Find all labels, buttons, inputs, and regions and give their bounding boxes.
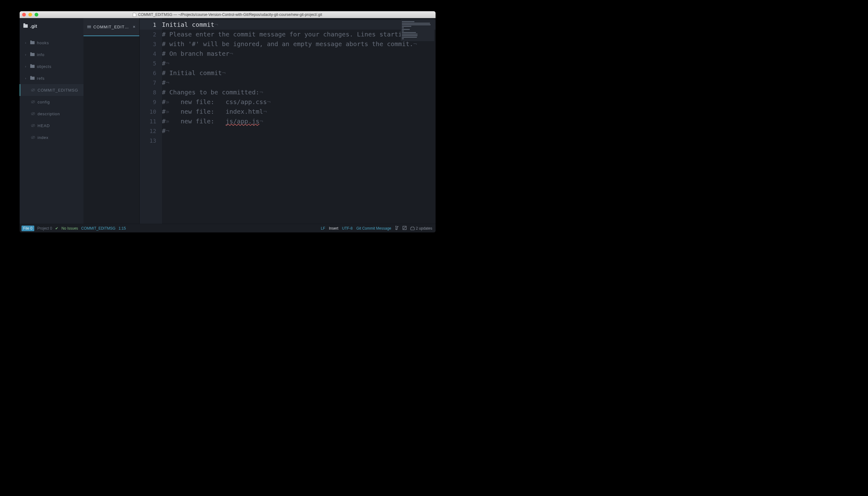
tree-file-config[interactable]: config <box>20 96 83 108</box>
line-number[interactable]: 12 <box>140 126 162 136</box>
code-line[interactable]: #» new file: js/app.js¬ <box>162 117 436 126</box>
line-ending-selector[interactable]: LF <box>321 226 325 231</box>
line-number[interactable]: 8 <box>140 88 162 97</box>
hidden-file-icon <box>31 135 35 140</box>
hidden-file-icon <box>31 123 35 128</box>
line-number[interactable]: 1 <box>140 20 162 30</box>
tree-label: objects <box>37 64 52 69</box>
code-line[interactable]: # Initial commit¬ <box>162 68 436 78</box>
code-editor[interactable]: Initial commit¬# Please enter the commit… <box>162 18 436 224</box>
text-file-icon <box>87 25 91 29</box>
check-icon: ✔ <box>55 226 58 231</box>
file-tree: ›hooks›info›objects›refsCOMMIT_EDITMSGco… <box>20 34 83 146</box>
diff-icon[interactable] <box>403 226 407 231</box>
no-issues-label[interactable]: No Issues <box>61 226 78 231</box>
chevron-right-icon: › <box>25 65 28 68</box>
editor-window: COMMIT_EDITMSG — ~/Projects/course-Versi… <box>20 11 436 232</box>
code-line[interactable]: Initial commit¬ <box>162 20 436 30</box>
line-number[interactable]: 10 <box>140 107 162 117</box>
tree-label: HEAD <box>38 123 50 128</box>
tree-label: config <box>38 100 50 104</box>
tab-close-button[interactable]: × <box>133 24 135 29</box>
code-line[interactable]: # On branch master¬ <box>162 49 436 59</box>
code-line[interactable]: #¬ <box>162 59 436 68</box>
chevron-right-icon: › <box>25 41 28 45</box>
close-window-button[interactable] <box>22 13 26 16</box>
window-title: COMMIT_EDITMSG — ~/Projects/course-Versi… <box>133 13 322 17</box>
folder-icon <box>24 24 28 28</box>
code-line[interactable]: #» new file: css/app.css¬ <box>162 97 436 107</box>
tab-label: COMMIT_EDITMS… <box>93 25 130 29</box>
language-selector[interactable]: Git Commit Message <box>356 226 391 231</box>
status-filename[interactable]: COMMIT_EDITMSG <box>81 226 115 231</box>
line-number[interactable]: 3 <box>140 39 162 49</box>
zoom-window-button[interactable] <box>35 13 38 16</box>
tree-file-head[interactable]: HEAD <box>20 120 83 131</box>
line-number[interactable]: 13 <box>140 136 162 145</box>
chevron-right-icon: › <box>25 77 28 80</box>
status-left: File 0 Project 0 ✔ No Issues COMMIT_EDIT… <box>20 226 126 231</box>
project-issues[interactable]: Project 0 <box>37 226 52 231</box>
window-body: .git ›hooks›info›objects›refsCOMMIT_EDIT… <box>20 18 436 224</box>
code-line[interactable]: # Please enter the commit message for yo… <box>162 30 436 39</box>
project-header[interactable]: .git <box>20 18 83 34</box>
folder-icon <box>30 53 35 56</box>
tree-file-description[interactable]: description <box>20 108 83 120</box>
line-number[interactable]: 5 <box>140 59 162 68</box>
folder-icon <box>30 65 35 68</box>
tree-label: refs <box>37 76 45 81</box>
line-number[interactable]: 11 <box>140 117 162 126</box>
code-line[interactable] <box>162 136 436 145</box>
hidden-file-icon <box>31 100 35 104</box>
svg-point-10 <box>396 226 396 227</box>
file-icon <box>133 13 136 17</box>
minimap[interactable] <box>401 19 434 41</box>
tree-label: index <box>38 135 49 140</box>
sidebar: .git ›hooks›info›objects›refsCOMMIT_EDIT… <box>20 18 83 224</box>
svg-rect-14 <box>410 228 414 230</box>
code-line[interactable]: # Changes to be committed:¬ <box>162 88 436 97</box>
svg-point-12 <box>396 229 396 230</box>
cursor-position[interactable]: 1:15 <box>119 226 126 231</box>
line-number[interactable]: 6 <box>140 68 162 78</box>
tree-label: hooks <box>37 41 49 45</box>
line-gutter[interactable]: 12345678910111213 <box>140 18 162 224</box>
code-line[interactable]: # with '#' will be ignored, and an empty… <box>162 39 436 49</box>
tab-bar: COMMIT_EDITMS… × <box>83 18 140 224</box>
titlebar[interactable]: COMMIT_EDITMSG — ~/Projects/course-Versi… <box>20 11 436 18</box>
updates-indicator[interactable]: 2 updates <box>410 226 432 231</box>
editor-area: 12345678910111213 Initial commit¬# Pleas… <box>140 18 436 224</box>
code-line[interactable]: #¬ <box>162 126 436 136</box>
hidden-file-icon <box>31 111 35 116</box>
svg-point-11 <box>397 226 398 227</box>
git-branch-icon[interactable] <box>395 226 399 231</box>
tree-file-index[interactable]: index <box>20 131 83 143</box>
tab-commit-editmsg[interactable]: COMMIT_EDITMS… × <box>83 18 139 36</box>
line-number[interactable]: 9 <box>140 97 162 107</box>
tree-folder-refs[interactable]: ›refs <box>20 72 83 84</box>
status-bar: File 0 Project 0 ✔ No Issues COMMIT_EDIT… <box>20 224 436 232</box>
line-number[interactable]: 4 <box>140 49 162 59</box>
status-right: LF Insert UTF-8 Git Commit Message 2 upd… <box>321 226 436 231</box>
tree-folder-hooks[interactable]: ›hooks <box>20 37 83 49</box>
tree-folder-objects[interactable]: ›objects <box>20 60 83 72</box>
folder-icon <box>30 41 35 44</box>
line-number[interactable]: 7 <box>140 78 162 88</box>
minimize-window-button[interactable] <box>28 13 32 16</box>
tree-folder-info[interactable]: ›info <box>20 49 83 60</box>
hidden-file-icon <box>31 88 35 93</box>
folder-icon <box>30 77 35 80</box>
tree-label: COMMIT_EDITMSG <box>38 88 78 93</box>
project-name: .git <box>30 24 37 29</box>
traffic-lights <box>22 13 38 16</box>
file-issues-pill[interactable]: File 0 <box>21 226 34 231</box>
tree-label: info <box>37 52 45 57</box>
code-line[interactable]: #» new file: index.html¬ <box>162 107 436 117</box>
updates-count: 2 updates <box>416 226 432 231</box>
line-number[interactable]: 2 <box>140 30 162 39</box>
code-line[interactable]: #¬ <box>162 78 436 88</box>
tree-file-commit_editmsg[interactable]: COMMIT_EDITMSG <box>20 84 83 96</box>
encoding-selector[interactable]: UTF-8 <box>342 226 353 231</box>
insert-mode[interactable]: Insert <box>329 226 338 231</box>
chevron-right-icon: › <box>25 53 28 57</box>
